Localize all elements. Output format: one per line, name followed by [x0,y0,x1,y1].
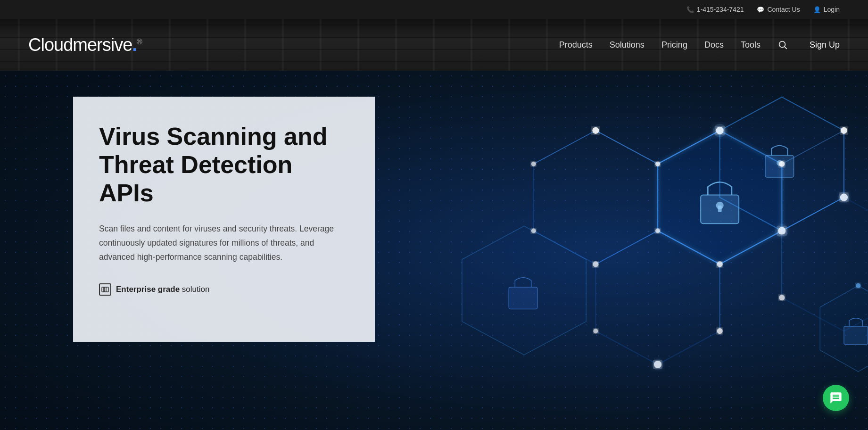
search-button[interactable] [777,40,788,50]
logo-reg: ® [137,38,142,46]
logo-name: Cloudmersive [28,35,132,55]
svg-point-48 [838,191,850,203]
svg-point-46 [713,124,727,137]
svg-rect-50 [102,287,108,292]
svg-point-35 [717,261,723,267]
svg-line-24 [596,231,658,264]
nav-docs[interactable]: Docs [704,40,724,50]
svg-point-32 [779,161,785,167]
main-header: Cloudmersive.® Products Solutions Pricin… [0,19,868,71]
badge-bold-text: Enterprise grade [116,285,180,294]
login-label: Login [824,6,840,13]
phone-link[interactable]: 📞 1-415-234-7421 [686,6,744,13]
svg-rect-17 [509,287,538,309]
logo-area[interactable]: Cloudmersive.® [28,35,142,55]
svg-point-45 [856,283,861,288]
svg-line-28 [596,131,658,164]
svg-point-38 [531,162,536,166]
hero-description: Scan files and content for viruses and s… [99,222,349,264]
svg-point-49 [652,359,663,370]
svg-point-0 [779,41,785,48]
svg-point-44 [779,295,785,300]
hero-badge: Enterprise grade solution [99,283,349,296]
phone-number: 1-415-234-7421 [697,6,744,13]
svg-line-18 [534,131,596,164]
logo-dot: . [132,35,137,55]
svg-point-36 [655,228,660,233]
svg-point-29 [593,127,599,134]
svg-rect-15 [844,326,868,344]
badge-regular-text: solution [182,285,210,294]
top-bar: 📞 1-415-234-7421 💬 Contact Us 👤 Login [0,0,868,19]
nav-tools[interactable]: Tools [741,40,761,50]
nav-solutions[interactable]: Solutions [610,40,645,50]
svg-point-42 [594,329,598,333]
phone-icon: 📞 [686,6,694,13]
svg-point-39 [531,228,536,233]
svg-point-47 [776,224,789,237]
svg-point-41 [717,328,723,334]
svg-line-1 [785,47,786,49]
nav-pricing[interactable]: Pricing [661,40,687,50]
nav-products[interactable]: Products [559,40,593,50]
svg-rect-10 [718,206,722,212]
search-icon [777,40,788,50]
login-link[interactable]: 👤 Login [813,6,840,13]
badge-text: Enterprise grade solution [116,285,209,294]
chat-icon: 💬 [757,6,764,13]
svg-point-37 [593,261,599,267]
hero-section: Virus Scanning and Threat Detection APIs… [0,71,868,430]
chat-button[interactable] [823,385,849,411]
hero-card: Virus Scanning and Threat Detection APIs… [73,97,375,342]
svg-point-33 [841,127,847,134]
contact-link[interactable]: 💬 Contact Us [757,6,800,13]
main-nav: Products Solutions Pricing Docs Tools Si… [559,40,840,50]
svg-point-30 [655,162,660,166]
contact-label: Contact Us [767,6,800,13]
enterprise-icon [99,283,111,296]
signup-button[interactable]: Sign Up [810,40,840,50]
user-icon: 👤 [813,6,821,13]
svg-rect-12 [765,156,794,178]
hero-visual [390,71,868,430]
chat-icon [829,391,843,405]
logo-text: Cloudmersive.® [28,35,142,55]
hero-title: Virus Scanning and Threat Detection APIs [99,123,349,207]
hexagon-network-svg [390,71,868,430]
